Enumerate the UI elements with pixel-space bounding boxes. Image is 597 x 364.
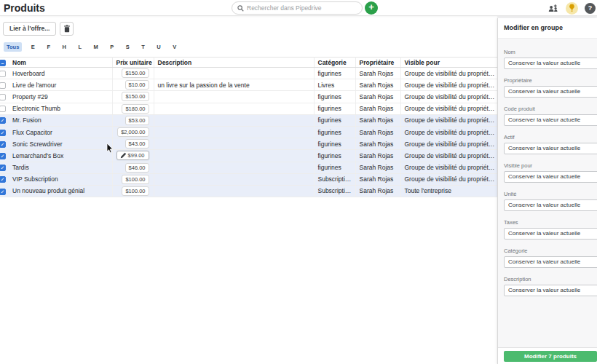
row-checkbox[interactable]: ✓: [0, 176, 6, 183]
product-price-cell[interactable]: $100.00: [112, 185, 154, 197]
product-owner-cell[interactable]: Sarah Rojas: [355, 126, 400, 138]
field-select-propri-taire[interactable]: Conserver la valeur actuelle: [504, 86, 597, 98]
product-owner-cell[interactable]: Sarah Rojas: [355, 162, 400, 173]
product-description-cell[interactable]: [154, 150, 314, 162]
alphabet-filter-f[interactable]: F: [44, 42, 53, 52]
row-checkbox[interactable]: [0, 82, 6, 89]
select-all-checkbox[interactable]: –: [0, 60, 6, 66]
product-visibility-cell[interactable]: Groupe de visibilité du propriétaire: [400, 91, 497, 103]
row-checkbox[interactable]: [0, 106, 6, 112]
table-row[interactable]: ✓Lemarchand's Box$99.00figurinesSarah Ro…: [0, 150, 497, 162]
product-category-cell[interactable]: figurines: [314, 138, 355, 150]
column-header-nom[interactable]: Nom: [9, 58, 112, 68]
price-edit-cell[interactable]: $99.00: [116, 151, 149, 160]
field-select-unit[interactable]: Conserver la valeur actuelle: [504, 199, 597, 211]
product-owner-cell[interactable]: Sarah Rojas: [355, 138, 400, 150]
product-owner-cell[interactable]: Sarah Rojas: [355, 68, 400, 79]
invite-users-icon[interactable]: [547, 2, 559, 14]
product-visibility-cell[interactable]: Groupe de visibilité du propriétaire: [400, 162, 497, 173]
edit-pencil-icon[interactable]: [119, 151, 128, 159]
whats-new-lightbulb-button[interactable]: [566, 2, 578, 15]
product-description-cell[interactable]: un livre sur la passion de la vente: [154, 79, 314, 91]
table-row[interactable]: ✓VIP Subscription$100.00Subscription ...…: [0, 173, 497, 185]
product-visibility-cell[interactable]: Groupe de visibilité du propriétaire: [400, 114, 497, 126]
product-description-cell[interactable]: [154, 173, 314, 185]
field-select-actif[interactable]: Conserver la valeur actuelle: [504, 143, 597, 154]
product-name-cell[interactable]: Hoverboard: [9, 68, 112, 79]
product-category-cell[interactable]: figurines: [314, 150, 355, 162]
table-row[interactable]: ✓Sonic Screwdriver$43.00figurinesSarah R…: [0, 138, 497, 150]
field-select-nom[interactable]: Conserver la valeur actuelle: [504, 58, 597, 69]
field-select-description[interactable]: Conserver la valeur actuelle: [504, 285, 597, 296]
product-name-cell[interactable]: Livre de l'amour: [9, 79, 112, 91]
product-name-cell[interactable]: Un nouveau produit génial: [9, 185, 112, 197]
product-description-cell[interactable]: [154, 91, 314, 103]
product-description-cell[interactable]: [154, 162, 314, 173]
table-row[interactable]: ✓Tardis$46.00figurinesSarah RojasGroupe …: [0, 162, 497, 173]
row-checkbox[interactable]: ✓: [0, 117, 6, 124]
product-category-cell[interactable]: figurines: [314, 91, 355, 103]
column-header-cat-gorie[interactable]: Catégorie: [314, 58, 355, 68]
product-price-cell[interactable]: $46.00: [112, 162, 154, 173]
alphabet-filter-h[interactable]: H: [59, 42, 68, 52]
product-visibility-cell[interactable]: Toute l'entreprise: [400, 185, 497, 197]
product-name-cell[interactable]: Sonic Screwdriver: [9, 138, 112, 150]
table-row[interactable]: Livre de l'amour$10.00un livre sur la pa…: [0, 79, 497, 91]
field-select-cat-gorie[interactable]: Conserver la valeur actuelle: [504, 256, 597, 268]
alphabet-filter-t[interactable]: T: [138, 42, 148, 52]
product-visibility-cell[interactable]: Groupe de visibilité du propriétaire: [400, 79, 497, 91]
row-checkbox[interactable]: ✓: [0, 130, 6, 136]
field-select-taxes[interactable]: Conserver la valeur actuelle: [504, 228, 597, 240]
column-header-description[interactable]: Description: [154, 58, 314, 68]
product-price-cell[interactable]: $2,000.00: [112, 126, 154, 138]
table-row[interactable]: ✓Un nouveau produit génial$100.00Subscri…: [0, 185, 497, 197]
product-category-cell[interactable]: Subscription ...: [314, 185, 355, 197]
alphabet-filter-p[interactable]: P: [107, 42, 116, 52]
table-row[interactable]: Electronic Thumb$180.00figurinesSarah Ro…: [0, 103, 497, 114]
product-description-cell[interactable]: [154, 103, 314, 114]
product-price-cell[interactable]: $43.00: [112, 138, 154, 150]
product-visibility-cell[interactable]: Groupe de visibilité du propriétaire: [400, 103, 497, 114]
product-visibility-cell[interactable]: Groupe de visibilité du propriétaire: [400, 138, 497, 150]
delete-button[interactable]: [60, 22, 74, 36]
product-name-cell[interactable]: Tardis: [9, 162, 112, 173]
row-checkbox[interactable]: ✓: [0, 165, 6, 171]
product-name-cell[interactable]: Lemarchand's Box: [9, 150, 112, 162]
product-name-cell[interactable]: VIP Subscription: [9, 173, 112, 185]
product-category-cell[interactable]: Subscription ...: [314, 173, 355, 185]
product-owner-cell[interactable]: Sarah Rojas: [355, 91, 400, 103]
alphabet-filter-s[interactable]: S: [123, 42, 133, 52]
product-description-cell[interactable]: [154, 114, 314, 126]
product-owner-cell[interactable]: Sarah Rojas: [355, 173, 400, 185]
quick-add-button[interactable]: +: [365, 1, 378, 15]
product-visibility-cell[interactable]: Groupe de visibilité du propriétaire: [400, 173, 497, 185]
table-row[interactable]: Property #29$150.00figurinesSarah RojasG…: [0, 91, 497, 103]
product-name-cell[interactable]: Mr. Fusion: [9, 114, 112, 126]
product-category-cell[interactable]: figurines: [314, 162, 355, 173]
bulk-edit-submit-button[interactable]: Modifier 7 produits: [504, 351, 597, 362]
row-checkbox[interactable]: [0, 94, 6, 100]
product-owner-cell[interactable]: Sarah Rojas: [355, 150, 400, 162]
alphabet-filter-u[interactable]: U: [154, 42, 163, 52]
row-checkbox[interactable]: ✓: [0, 141, 6, 148]
product-owner-cell[interactable]: Sarah Rojas: [355, 103, 400, 114]
row-checkbox[interactable]: [0, 71, 6, 77]
alphabet-filter-l[interactable]: L: [75, 42, 84, 52]
product-price-cell[interactable]: $10.00: [112, 79, 154, 91]
product-category-cell[interactable]: figurines: [314, 103, 355, 114]
alphabet-filter-m[interactable]: M: [90, 42, 100, 52]
column-header-visible-pour[interactable]: Visible pour: [400, 58, 497, 68]
product-owner-cell[interactable]: Sarah Rojas: [355, 185, 400, 197]
product-category-cell[interactable]: figurines: [314, 68, 355, 79]
field-select-code-produit[interactable]: Conserver la valeur actuelle: [504, 114, 597, 126]
table-row[interactable]: ✓Flux Capacitor$2,000.00figurinesSarah R…: [0, 126, 497, 138]
product-category-cell[interactable]: figurines: [314, 114, 355, 126]
product-price-cell[interactable]: $53.00: [112, 114, 154, 126]
product-price-cell[interactable]: $180.00: [112, 103, 154, 114]
help-button[interactable]: ?: [585, 3, 596, 14]
product-visibility-cell[interactable]: Groupe de visibilité du propriétaire: [400, 126, 497, 138]
product-description-cell[interactable]: [154, 126, 314, 138]
product-owner-cell[interactable]: Sarah Rojas: [355, 79, 400, 91]
column-header-prix-unitaire[interactable]: Prix unitaire: [112, 58, 154, 68]
row-checkbox[interactable]: ✓: [0, 153, 6, 159]
